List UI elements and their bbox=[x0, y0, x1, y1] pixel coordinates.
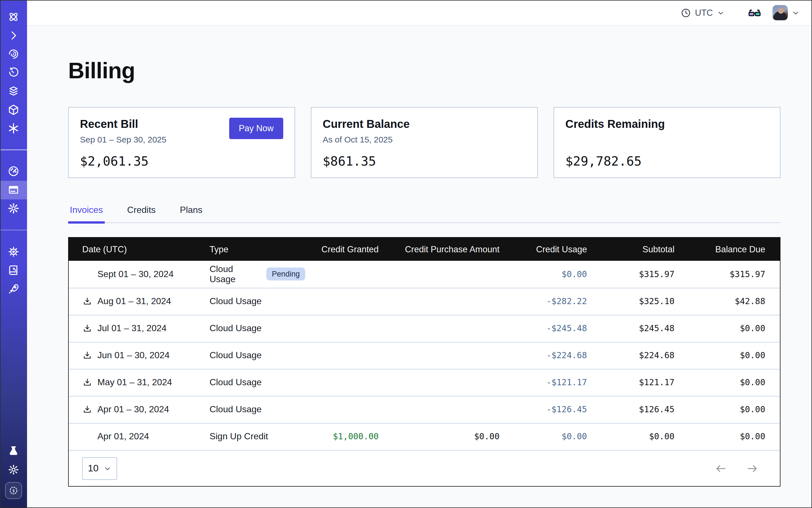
tab-credits[interactable]: Credits bbox=[125, 205, 157, 222]
invoice-date: Jun 01 – 30, 2024 bbox=[97, 350, 170, 361]
pay-now-button[interactable]: Pay Now bbox=[229, 118, 283, 139]
dollar-badge-icon: $ bbox=[8, 485, 19, 496]
balance-due-value: $0.00 bbox=[677, 342, 780, 369]
credit-purchase-value bbox=[381, 369, 502, 396]
table-header-row: Date (UTC) Type Credit Granted Credit Pu… bbox=[69, 238, 780, 261]
page-size-select[interactable]: 10 bbox=[82, 457, 117, 479]
download-invoice-icon[interactable] bbox=[82, 323, 92, 333]
recent-bill-card: Recent Bill Sep 01 – Sep 30, 2025 $2,061… bbox=[68, 107, 295, 178]
invoice-row: Jul 01 – 31, 2024 Cloud Usage -$245.48 $… bbox=[69, 315, 780, 342]
credit-purchase-value: $0.00 bbox=[381, 423, 502, 450]
tab-invoices[interactable]: Invoices bbox=[68, 205, 104, 222]
timezone-label: UTC bbox=[695, 8, 713, 18]
credit-granted-value: $1,000.00 bbox=[308, 423, 381, 450]
usage-gauge-icon[interactable] bbox=[0, 162, 27, 180]
svg-text:$: $ bbox=[12, 488, 15, 493]
credit-usage-value: -$121.17 bbox=[502, 369, 589, 396]
col-type: Type bbox=[210, 238, 308, 261]
summary-cards: Recent Bill Sep 01 – Sep 30, 2025 $2,061… bbox=[68, 107, 780, 178]
balance-due-value: $0.00 bbox=[677, 369, 780, 396]
chevron-down-icon bbox=[103, 464, 112, 472]
sidebar-divider bbox=[0, 229, 27, 230]
theme-sun-icon[interactable] bbox=[0, 460, 27, 479]
download-invoice-icon[interactable] bbox=[82, 350, 92, 361]
download-invoice-icon[interactable] bbox=[82, 377, 92, 387]
credit-usage-value: -$224.68 bbox=[502, 342, 589, 369]
subtotal-value: $0.00 bbox=[589, 423, 677, 450]
app-logo-icon[interactable] bbox=[0, 7, 27, 26]
glasses-icon[interactable] bbox=[747, 5, 762, 20]
cube-icon[interactable] bbox=[0, 100, 27, 119]
prev-page-arrow-icon[interactable] bbox=[715, 462, 727, 474]
current-balance-card: Current Balance As of Oct 15, 2025 $861.… bbox=[311, 107, 538, 178]
card-subtitle bbox=[565, 135, 769, 145]
docs-book-icon[interactable] bbox=[0, 261, 27, 279]
invoice-row: Apr 01, 2024 Sign Up Credit $1,000.00 $0… bbox=[69, 423, 780, 450]
invoice-date: Jul 01 – 31, 2024 bbox=[97, 323, 167, 333]
user-avatar[interactable] bbox=[773, 5, 788, 20]
recent-bill-amount: $2,061.35 bbox=[80, 154, 283, 168]
subtotal-value: $121.17 bbox=[589, 369, 677, 396]
settings-gear-icon[interactable] bbox=[0, 199, 27, 218]
invoice-table-body: Sept 01 – 30, 2024 Cloud Usage Pending $… bbox=[69, 261, 780, 450]
invoice-row: May 01 – 31, 2024 Cloud Usage -$121.17 $… bbox=[69, 369, 780, 396]
credit-purchase-value bbox=[381, 261, 502, 288]
col-subtotal: Subtotal bbox=[589, 238, 677, 261]
invoice-type: Cloud Usage bbox=[210, 264, 260, 285]
invoice-row: Aug 01 – 31, 2024 Cloud Usage -$282.22 $… bbox=[69, 288, 780, 315]
credit-purchase-value bbox=[381, 315, 502, 342]
subtotal-value: $126.45 bbox=[589, 396, 677, 423]
page-title: Billing bbox=[68, 58, 780, 83]
credit-granted-value bbox=[308, 369, 381, 396]
download-invoice-icon[interactable] bbox=[82, 296, 92, 306]
credits-remaining-card: Credits Remaining $29,782.65 bbox=[554, 107, 780, 178]
credit-purchase-value bbox=[381, 396, 502, 423]
invoice-row: Sept 01 – 30, 2024 Cloud Usage Pending $… bbox=[69, 261, 780, 288]
user-menu-chevron-icon[interactable] bbox=[792, 9, 800, 16]
invoice-type: Cloud Usage bbox=[210, 323, 262, 333]
sidebar: $ bbox=[0, 0, 27, 508]
app-window: $ UTC Billing Recent Bill Sep 01 – Sep 3… bbox=[0, 0, 812, 508]
credit-granted-value bbox=[308, 315, 381, 342]
invoice-type: Sign Up Credit bbox=[210, 432, 268, 442]
subtotal-value: $224.68 bbox=[589, 342, 677, 369]
credits-badge-button[interactable]: $ bbox=[5, 482, 22, 499]
balance-due-value: $315.97 bbox=[677, 261, 780, 288]
invoice-date: Apr 01, 2024 bbox=[97, 432, 149, 442]
credit-purchase-value bbox=[381, 342, 502, 369]
next-page-arrow-icon[interactable] bbox=[746, 462, 759, 474]
invoice-type: Cloud Usage bbox=[210, 296, 262, 306]
support-helm-icon[interactable] bbox=[0, 242, 27, 261]
main-content: Billing Recent Bill Sep 01 – Sep 30, 202… bbox=[27, 26, 812, 508]
topbar: UTC bbox=[27, 0, 812, 26]
sidebar-item-billing[interactable] bbox=[0, 180, 27, 199]
timezone-selector[interactable]: UTC bbox=[681, 8, 725, 18]
col-credit-granted: Credit Granted bbox=[308, 238, 381, 261]
rocket-icon[interactable] bbox=[0, 279, 27, 298]
download-invoice-icon[interactable] bbox=[82, 405, 92, 415]
credit-purchase-value bbox=[381, 288, 502, 315]
asterisk-icon[interactable] bbox=[0, 119, 27, 137]
invoice-date: Aug 01 – 31, 2024 bbox=[97, 296, 171, 306]
history-clock-icon[interactable] bbox=[0, 63, 27, 82]
credit-granted-value bbox=[308, 288, 381, 315]
credit-granted-value bbox=[308, 396, 381, 423]
credit-granted-value bbox=[308, 261, 381, 288]
invoice-type: Cloud Usage bbox=[210, 377, 262, 387]
observe-spiral-icon[interactable] bbox=[0, 44, 27, 63]
expand-sidebar-chevron-icon[interactable] bbox=[0, 26, 27, 44]
invoice-date: Apr 01 – 30, 2024 bbox=[97, 405, 169, 415]
invoice-type: Cloud Usage bbox=[210, 350, 262, 361]
col-credit-usage: Credit Usage bbox=[502, 238, 589, 261]
invoice-row: Apr 01 – 30, 2024 Cloud Usage -$126.45 $… bbox=[69, 396, 780, 423]
layers-icon[interactable] bbox=[0, 82, 27, 100]
table-pagination: 10 bbox=[69, 450, 780, 486]
balance-due-value: $0.00 bbox=[677, 315, 780, 342]
invoice-type: Cloud Usage bbox=[210, 405, 262, 415]
balance-due-value: $42.88 bbox=[677, 288, 780, 315]
col-balance-due: Balance Due bbox=[677, 238, 780, 261]
subtotal-value: $315.97 bbox=[589, 261, 677, 288]
labs-flask-icon[interactable] bbox=[0, 441, 27, 460]
tab-plans[interactable]: Plans bbox=[178, 205, 204, 222]
balance-due-value: $0.00 bbox=[677, 396, 780, 423]
